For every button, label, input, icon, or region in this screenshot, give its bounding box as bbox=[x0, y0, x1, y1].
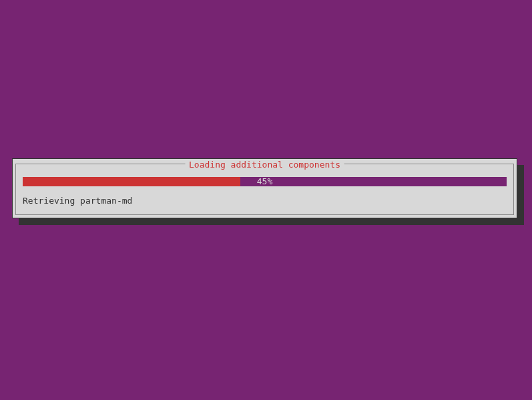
progress-bar: 45% bbox=[23, 177, 507, 186]
progress-dialog: Loading additional components 45% Retrie… bbox=[12, 158, 517, 218]
status-text: Retrieving partman-md bbox=[23, 196, 132, 206]
progress-bar-fill bbox=[23, 177, 240, 186]
dialog-border bbox=[15, 164, 514, 215]
dialog-title: Loading additional components bbox=[185, 160, 344, 170]
